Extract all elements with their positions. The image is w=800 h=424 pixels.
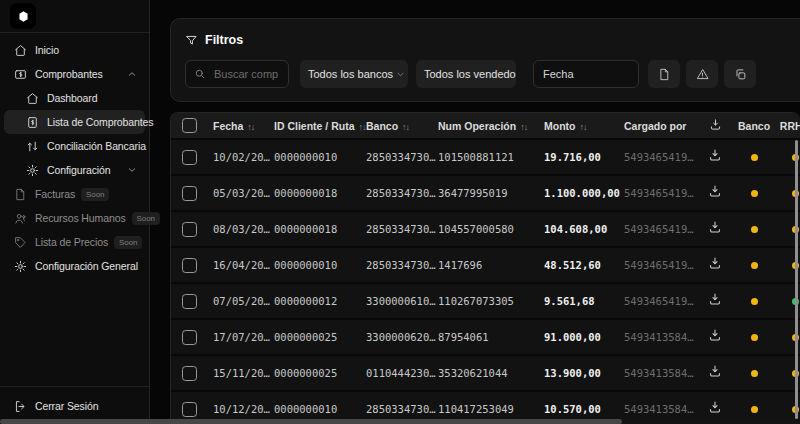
cell-fecha: 10/02/20… xyxy=(213,139,274,175)
date-field[interactable] xyxy=(533,60,639,88)
cell-monto: 9.561,68 xyxy=(544,283,624,319)
vertical-scrollbar[interactable] xyxy=(795,140,798,419)
chevron-down-icon xyxy=(127,165,137,175)
cell-num-operacion: 36477995019 xyxy=(438,175,544,211)
column-header-download xyxy=(696,113,734,139)
vendors-dropdown-value: Todos los vendedor xyxy=(424,68,516,80)
row-checkbox[interactable] xyxy=(182,258,197,273)
column-header-banco[interactable]: Banco↑↓ xyxy=(366,113,438,139)
sidebar-item-comprobantes[interactable]: Comprobantes xyxy=(4,62,145,86)
sidebar-item-cerrar-sesion[interactable]: Cerrar Sesión xyxy=(4,394,145,418)
download-icon[interactable] xyxy=(708,256,722,270)
vertical-scrollbar-thumb[interactable] xyxy=(795,140,798,419)
cell-fecha: 16/04/20… xyxy=(213,247,274,283)
sidebar-item-label: Cerrar Sesión xyxy=(35,400,98,412)
sidebar-item-conciliacion-bancaria[interactable]: Conciliación Bancaria xyxy=(4,134,145,158)
cell-id-cliente: 0000000010 xyxy=(274,139,366,175)
search-box[interactable] xyxy=(185,60,289,88)
table-row[interactable]: 16/04/20… 0000000010 2850334730… 1417696… xyxy=(171,247,800,283)
row-checkbox[interactable] xyxy=(182,330,197,345)
banks-dropdown[interactable]: Todos los bancos xyxy=(300,60,408,88)
cell-num-operacion: 1417696 xyxy=(438,247,544,283)
cell-banco: 2850334730… xyxy=(366,247,438,283)
sidebar-item-label: Comprobantes xyxy=(35,68,103,80)
row-checkbox[interactable] xyxy=(182,150,197,165)
horizontal-scrollbar[interactable] xyxy=(0,419,800,424)
banco-status-dot xyxy=(751,298,758,305)
cell-num-operacion: 35320621044 xyxy=(438,355,544,391)
sort-icon: ↑↓ xyxy=(520,122,527,132)
select-all-checkbox[interactable] xyxy=(182,118,197,133)
table-row[interactable]: 10/02/20… 0000000010 2850334730… 1015008… xyxy=(171,139,800,175)
download-icon[interactable] xyxy=(708,292,722,306)
soon-badge: Soon xyxy=(81,188,109,201)
table-row[interactable]: 05/03/20… 0000000018 2850334730… 3647799… xyxy=(171,175,800,211)
app-logo[interactable] xyxy=(10,3,36,29)
sidebar-item-lista-de-comprobantes[interactable]: Lista de Comprobantes xyxy=(4,110,145,134)
column-header-monto[interactable]: Monto↑↓ xyxy=(544,113,624,139)
receipt-icon xyxy=(26,116,39,129)
tag-icon xyxy=(14,236,27,249)
table-header-row: Fecha↑↓ ID Cliente / Ruta↑↓ Banco↑↓ Num … xyxy=(171,113,800,139)
table-row[interactable]: 07/05/20… 0000000012 3300000610… 1102670… xyxy=(171,283,800,319)
banco-status-dot xyxy=(751,154,758,161)
cell-fecha: 15/11/20… xyxy=(213,355,274,391)
banknote-icon xyxy=(14,68,27,81)
soon-badge: Soon xyxy=(114,236,142,249)
cell-monto: 91.000,00 xyxy=(544,319,624,355)
download-icon[interactable] xyxy=(708,364,722,378)
hexagon-logo-icon xyxy=(17,10,30,23)
table-body: 10/02/20… 0000000010 2850334730… 1015008… xyxy=(171,139,800,424)
download-icon[interactable] xyxy=(708,400,722,414)
cell-id-cliente: 0000000018 xyxy=(274,211,366,247)
row-checkbox[interactable] xyxy=(182,366,197,381)
table-row[interactable]: 08/03/20… 0000000018 2850334730… 1045570… xyxy=(171,211,800,247)
sidebar-item-label: Facturas xyxy=(35,188,75,200)
sidebar-item-facturas[interactable]: FacturasSoon xyxy=(4,182,145,206)
cell-fecha: 17/07/20… xyxy=(213,319,274,355)
column-header-fecha[interactable]: Fecha↑↓ xyxy=(213,113,274,139)
warning-triangle-icon xyxy=(696,68,709,81)
row-checkbox[interactable] xyxy=(182,186,197,201)
filters-title-row: Filtros xyxy=(185,32,786,48)
home-icon xyxy=(26,92,39,105)
row-checkbox[interactable] xyxy=(182,402,197,417)
sidebar-item-lista-de-precios[interactable]: Lista de PreciosSoon xyxy=(4,230,145,254)
table-row[interactable]: 17/07/20… 0000000025 3300000620… 8795406… xyxy=(171,319,800,355)
sidebar-item-inicio[interactable]: Inicio xyxy=(4,38,145,62)
cell-banco: 2850334730… xyxy=(366,175,438,211)
users-icon xyxy=(14,212,27,225)
search-input[interactable] xyxy=(212,67,280,81)
home-icon xyxy=(14,44,27,57)
row-checkbox[interactable] xyxy=(182,294,197,309)
horizontal-scrollbar-thumb[interactable] xyxy=(0,419,622,424)
file-icon xyxy=(14,188,27,201)
download-icon[interactable] xyxy=(708,220,722,234)
cell-num-operacion: 110267073305 xyxy=(438,283,544,319)
cell-id-cliente: 0000000010 xyxy=(274,247,366,283)
column-header-id-cliente[interactable]: ID Cliente / Ruta↑↓ xyxy=(274,113,366,139)
table-row[interactable]: 15/11/20… 0000000025 0110444230… 3532062… xyxy=(171,355,800,391)
export-document-button[interactable] xyxy=(648,60,680,88)
cell-cargado-por: 5493465419… xyxy=(624,247,696,283)
alerts-button[interactable] xyxy=(686,60,718,88)
cell-banco: 2850334730… xyxy=(366,139,438,175)
sidebar-item-configuracion-general[interactable]: Configuración General xyxy=(4,254,145,278)
download-icon[interactable] xyxy=(708,184,722,198)
chevron-down-icon xyxy=(396,70,405,79)
sidebar-item-dashboard[interactable]: Dashboard xyxy=(4,86,145,110)
sidebar-item-label: Configuración xyxy=(47,164,111,176)
sidebar-item-label: Inicio xyxy=(35,44,59,56)
logo-row xyxy=(0,0,149,33)
download-icon[interactable] xyxy=(708,148,722,162)
row-checkbox[interactable] xyxy=(182,222,197,237)
filters-panel: Filtros Todos los bancos Todos los vende… xyxy=(170,18,800,102)
copy-button[interactable] xyxy=(724,60,756,88)
download-icon[interactable] xyxy=(708,328,722,342)
column-header-num-operacion[interactable]: Num Operación↑↓ xyxy=(438,113,544,139)
sidebar-nav: InicioComprobantesDashboardLista de Comp… xyxy=(0,33,149,278)
banco-status-dot xyxy=(751,406,758,413)
vendors-dropdown[interactable]: Todos los vendedor xyxy=(416,60,516,88)
sidebar-item-recursos-humanos[interactable]: Recursos HumanosSoon xyxy=(4,206,145,230)
sidebar-item-configuracion[interactable]: Configuración xyxy=(4,158,145,182)
